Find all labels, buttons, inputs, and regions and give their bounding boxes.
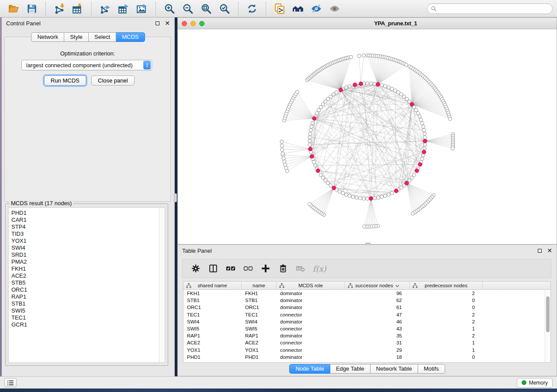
export-table-icon[interactable] xyxy=(117,2,130,15)
table-row[interactable]: ACE2ACE2connector311 xyxy=(183,339,545,346)
first-neighbors-icon[interactable] xyxy=(291,2,304,15)
delete-table-icon[interactable] xyxy=(295,263,306,274)
panel-menu-button[interactable] xyxy=(4,378,17,387)
mcds-result-group: MCDS result (17 nodes) PHD1CAR1STP4TID3Y… xyxy=(5,203,168,366)
float-window-icon[interactable] xyxy=(538,249,542,253)
column-label: predecessor nodes xyxy=(425,283,467,288)
table-row[interactable]: PHD1PHD1dominator180 xyxy=(183,354,545,361)
column-header-name[interactable]: name xyxy=(242,282,277,289)
import-network-icon[interactable] xyxy=(53,2,66,15)
mcds-result-item[interactable]: ORC1 xyxy=(11,286,165,293)
table-cell: connector xyxy=(277,326,345,331)
zoom-out-icon[interactable] xyxy=(181,2,194,15)
import-table-icon[interactable] xyxy=(71,2,84,15)
table-scrollbar-thumb[interactable] xyxy=(546,296,550,332)
column-header-successor-nodes[interactable]: successor nodes xyxy=(345,282,410,289)
table-row[interactable]: ORC1ORC1dominator610 xyxy=(183,304,545,311)
table-row[interactable]: TEC1TEC1connector472 xyxy=(183,311,545,318)
close-panel-button[interactable]: Close panel xyxy=(91,76,135,86)
mcds-result-item[interactable]: CAR1 xyxy=(11,217,165,224)
column-label: name xyxy=(253,283,265,288)
table-cell: 2 xyxy=(410,312,483,317)
mcds-list-scrollbar[interactable] xyxy=(159,208,165,362)
mcds-result-item[interactable]: SWI4 xyxy=(11,244,165,251)
optimization-criterion-label: Optimization criterion: xyxy=(5,50,170,57)
mcds-result-item[interactable]: STB5 xyxy=(11,279,165,286)
mcds-result-item[interactable]: TID3 xyxy=(11,230,165,237)
tab-style[interactable]: Style xyxy=(64,32,89,42)
table-cell: 61 xyxy=(345,305,410,310)
mcds-result-item[interactable]: STB1 xyxy=(11,300,165,307)
mcds-result-list[interactable]: PHD1CAR1STP4TID3YOX1SWI4SRD1PMA2FKH1ACE2… xyxy=(8,207,165,363)
delete-icon[interactable] xyxy=(278,263,288,274)
open-session-icon[interactable] xyxy=(7,2,20,15)
float-window-icon[interactable] xyxy=(156,21,159,25)
mcds-result-item[interactable]: FKH1 xyxy=(11,265,165,272)
column-header-predecessor-nodes[interactable]: predecessor nodes xyxy=(410,282,483,289)
table-tab-network-table[interactable]: Network Table xyxy=(370,364,418,374)
mcds-result-item[interactable]: PMA2 xyxy=(11,258,165,265)
table-row[interactable]: SWI5SWI5connector431 xyxy=(183,325,545,332)
refresh-view-icon[interactable] xyxy=(246,2,259,15)
export-network-icon[interactable] xyxy=(99,2,112,15)
memory-button[interactable]: Memory xyxy=(517,378,553,388)
table-cell: STB1 xyxy=(183,298,242,303)
table-settings-gear-icon[interactable] xyxy=(190,263,201,274)
table-cell: dominator xyxy=(277,298,345,303)
tab-select[interactable]: Select xyxy=(89,32,116,42)
add-column-icon[interactable] xyxy=(260,263,271,274)
save-session-icon[interactable] xyxy=(25,2,38,15)
table-cell: SWI5 xyxy=(183,326,242,331)
zoom-selected-icon[interactable] xyxy=(218,2,231,15)
table-cell: connector xyxy=(277,347,345,353)
mcds-result-item[interactable]: SWI5 xyxy=(11,307,165,314)
network-canvas[interactable] xyxy=(178,29,557,244)
criterion-select[interactable]: largest connected component (undirected)… xyxy=(21,60,152,70)
run-mcds-button[interactable]: Run MCDS xyxy=(44,76,86,86)
show-all-icon[interactable] xyxy=(328,2,341,15)
table-cell: dominator xyxy=(277,305,345,310)
hide-selected-icon[interactable] xyxy=(310,2,323,15)
deselect-all-icon[interactable] xyxy=(243,263,253,274)
table-row[interactable]: STB1STB1dominator620 xyxy=(183,297,545,304)
search-input[interactable] xyxy=(439,6,549,12)
network-window: YPA_prune.txt_1 xyxy=(177,17,557,244)
tab-network[interactable]: Network xyxy=(31,32,64,42)
table-row[interactable]: RAP1RAP1dominator352 xyxy=(183,332,545,339)
clone-network-icon[interactable] xyxy=(273,2,286,15)
table-cell: 43 xyxy=(345,326,410,331)
close-panel-icon[interactable]: ✕ xyxy=(547,249,552,253)
table-cell: PHD1 xyxy=(183,354,242,360)
table-tab-motifs[interactable]: Motifs xyxy=(418,364,445,374)
vertical-splitter-handle[interactable] xyxy=(174,193,177,202)
zoom-fit-icon[interactable] xyxy=(200,2,213,15)
table-row[interactable]: SWI4SWI4dominator462 xyxy=(183,318,545,325)
table-cell: 1 xyxy=(410,326,483,331)
table-row[interactable]: FKH1FKH1dominator962 xyxy=(183,290,545,297)
select-all-icon[interactable] xyxy=(225,263,236,274)
close-panel-icon[interactable]: ✕ xyxy=(165,21,170,25)
table-row[interactable]: YOX1YOX1connector291 xyxy=(183,347,545,354)
table-cell: STB1 xyxy=(242,298,277,303)
mcds-result-item[interactable]: RAP1 xyxy=(11,293,165,300)
search-box[interactable] xyxy=(427,3,553,14)
mcds-result-item[interactable]: SRD1 xyxy=(11,251,165,258)
export-image-icon[interactable] xyxy=(135,2,149,15)
table-cell: 47 xyxy=(345,312,410,317)
mcds-result-item[interactable]: ACE2 xyxy=(11,272,165,279)
function-builder-icon[interactable]: f(x) xyxy=(313,263,326,274)
tab-mcds[interactable]: MCDS xyxy=(116,32,145,42)
mcds-result-item[interactable]: YOX1 xyxy=(11,237,165,244)
table-tab-edge-table[interactable]: Edge Table xyxy=(330,364,370,374)
zoom-in-icon[interactable] xyxy=(163,2,176,15)
column-visibility-icon[interactable] xyxy=(208,263,218,274)
mcds-result-item[interactable]: STP4 xyxy=(11,224,165,230)
mcds-result-item[interactable]: GCR1 xyxy=(11,321,165,328)
table-scrollbar[interactable] xyxy=(545,290,550,362)
mcds-result-item[interactable]: PHD1 xyxy=(11,210,165,217)
column-header-shared-name[interactable]: shared name xyxy=(183,282,242,289)
mcds-result-item[interactable]: TEC1 xyxy=(11,314,165,321)
column-header-MCDS-role[interactable]: MCDS role xyxy=(277,282,345,289)
table-tab-node-table[interactable]: Node Table xyxy=(289,364,330,374)
network-window-titlebar[interactable]: YPA_prune.txt_1 xyxy=(178,18,557,29)
